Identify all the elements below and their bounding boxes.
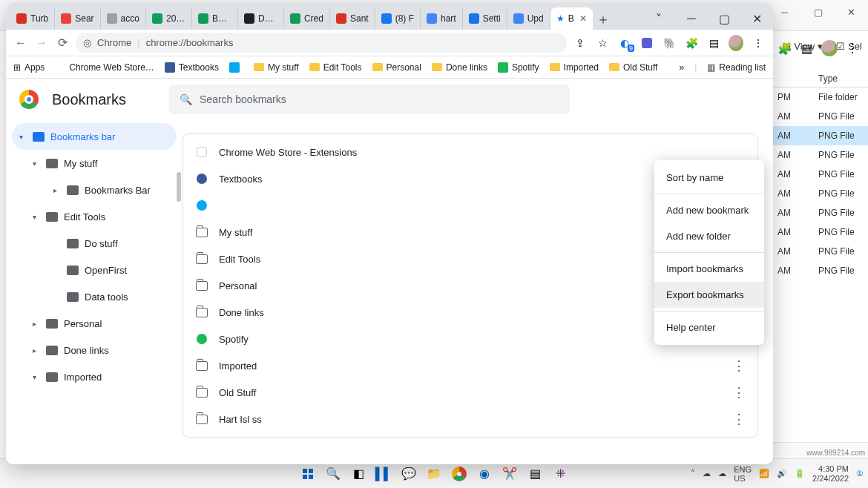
expand-arrow-icon[interactable]: ▸ (53, 186, 61, 194)
reload-button[interactable]: ⟳ (55, 36, 70, 50)
search-icon[interactable]: 🔍 (323, 464, 343, 484)
extension-badge-icon[interactable]: ◐9 (617, 36, 632, 50)
tab-3[interactable]: 2021 (146, 7, 192, 30)
app-icon[interactable]: ▤ (525, 464, 545, 484)
file-explorer-icon[interactable]: 📁 (424, 464, 444, 484)
reading-list-button[interactable]: ▥ Reading list (707, 62, 766, 73)
clock[interactable]: 4:30 PM2/24/2022 (812, 464, 849, 482)
wifi-icon[interactable]: 📶 (759, 469, 769, 478)
bookmark-bar-item[interactable]: Done links (432, 62, 487, 73)
expand-arrow-icon[interactable]: ▸ (33, 346, 40, 355)
cloud-icon[interactable]: ☁ (718, 469, 726, 478)
bookmark-bar-item[interactable]: Textbooks (165, 62, 219, 73)
expand-arrow-icon[interactable]: ▾ (33, 213, 40, 221)
tab-active-bookmarks[interactable]: ★ B ✕ (550, 7, 593, 30)
sidebar-item[interactable]: ▾My stuff (12, 150, 177, 177)
tab-9[interactable]: hart (421, 7, 463, 30)
close-button[interactable]: ✕ (835, 0, 868, 24)
bookmark-bar-item[interactable]: ⊞Apps (13, 62, 45, 73)
bookmark-bar-item[interactable]: Old Stuff (609, 62, 657, 73)
file-row[interactable]: PMFile folder (772, 88, 868, 107)
menu-item[interactable]: Add new folder (654, 223, 764, 249)
chrome-icon[interactable] (450, 464, 469, 484)
bookmark-row[interactable]: Imported⋮ (183, 352, 757, 379)
sidebar-item[interactable]: ▸Personal (12, 310, 177, 337)
chrome-menu-icon[interactable]: ⋮ (846, 42, 858, 56)
battery-icon[interactable]: 🔋 (795, 469, 805, 478)
language-indicator[interactable]: ENGUS (734, 465, 752, 483)
file-row[interactable]: AMPNG File (772, 165, 868, 184)
bookmark-bar-item[interactable]: Spotify (498, 62, 539, 73)
file-row[interactable]: AMPNG File (772, 184, 868, 203)
extensions-puzzle-icon[interactable]: 🧩 (684, 36, 699, 50)
share-icon[interactable]: ⇪ (573, 36, 588, 50)
expand-arrow-icon[interactable]: ▸ (33, 320, 40, 328)
notifications-icon[interactable]: ① (856, 469, 864, 478)
maximize-button[interactable]: ▢ (708, 7, 740, 30)
overflow-chevron-icon[interactable]: » (679, 62, 684, 73)
file-row[interactable]: AMPNG File (772, 261, 868, 280)
slack-icon[interactable]: ⁜ (550, 464, 570, 484)
tab-6[interactable]: Cred (284, 7, 330, 30)
expand-arrow-icon[interactable]: ▾ (19, 133, 27, 141)
search-input[interactable]: 🔍 Search bookmarks (169, 85, 570, 114)
bookmark-star-icon[interactable]: ☆ (595, 36, 610, 50)
tab-1[interactable]: Sear (55, 7, 100, 30)
column-headers[interactable]: Type (772, 70, 868, 88)
sidepanel-icon[interactable]: ▤ (706, 36, 721, 50)
volume-icon[interactable]: 🔊 (777, 469, 787, 478)
extensions-puzzle-icon[interactable]: 🧩 (777, 42, 792, 56)
avatar[interactable] (729, 36, 743, 50)
evernote-icon[interactable]: 🐘 (662, 36, 677, 50)
bookmark-row[interactable]: Hart Isl ss⋮ (183, 406, 757, 432)
file-row[interactable]: AMPNG File (772, 145, 868, 165)
sidebar-item[interactable]: ▸Done links (12, 337, 177, 363)
edge-icon[interactable]: ◉ (475, 464, 494, 484)
start-button[interactable] (298, 464, 318, 484)
avatar[interactable] (821, 40, 838, 56)
bookmark-bar-item[interactable]: Personal (372, 62, 421, 73)
tab-2[interactable]: acco (101, 7, 146, 30)
close-button[interactable]: ✕ (740, 7, 773, 30)
new-tab-button[interactable]: ＋ (593, 9, 614, 30)
file-row[interactable]: AMPNG File (772, 107, 868, 126)
menu-item[interactable]: Help center (654, 314, 764, 340)
menu-item[interactable]: Export bookmarks (654, 282, 764, 308)
minimize-button[interactable]: ─ (675, 7, 708, 30)
close-icon[interactable]: ✕ (579, 13, 587, 24)
tab-4[interactable]: BKra (192, 7, 238, 30)
menu-item[interactable]: Add new bookmark (654, 197, 764, 223)
file-row[interactable]: AMPNG File (772, 126, 868, 145)
bookmark-bar-item[interactable]: Edit Tools (309, 62, 362, 73)
address-bar[interactable]: ◎ Chrome | chrome://bookmarks (76, 33, 567, 53)
onedrive-icon[interactable]: ☁ (703, 469, 711, 478)
chat-icon[interactable]: 💬 (399, 464, 418, 484)
bookmark-bar-item[interactable]: Chrome Web Store… (55, 62, 154, 73)
bookmark-bar-item[interactable]: Imported (550, 62, 599, 73)
more-icon[interactable]: ⋮ (732, 384, 746, 400)
sidebar-item[interactable]: ▾Bookmarks bar (12, 123, 177, 150)
forward-button[interactable]: → (34, 36, 49, 50)
sidebar-item[interactable]: Do stuff (12, 230, 177, 257)
extension-icon[interactable] (640, 36, 654, 50)
menu-item[interactable]: Sort by name (654, 165, 764, 191)
sidebar-item[interactable]: ▾Edit Tools (12, 203, 177, 230)
tray-chevron-icon[interactable]: ˄ (691, 469, 695, 478)
chrome-chevron-icon[interactable]: ˅ (642, 7, 675, 30)
sidebar-item[interactable]: Data tools (12, 283, 177, 310)
file-row[interactable]: AMPNG File (772, 242, 868, 261)
bookmark-row[interactable]: Old Stuff⋮ (183, 379, 757, 406)
sidebar-scrollbar[interactable] (177, 172, 181, 202)
file-row[interactable]: AMPNG File (772, 222, 868, 242)
sidebar-item[interactable]: ▸Bookmarks Bar (12, 177, 177, 203)
file-row[interactable]: AMPNG File (772, 203, 868, 222)
bookmark-bar-item[interactable] (229, 62, 243, 73)
tab-10[interactable]: Setti (463, 7, 507, 30)
tab-8[interactable]: (8) F (375, 7, 421, 30)
more-icon[interactable]: ⋮ (732, 357, 746, 374)
sidebar-item[interactable]: ▾Imported (12, 363, 177, 390)
chrome-menu-icon[interactable]: ⋮ (751, 36, 766, 50)
tab-11[interactable]: Upd (507, 7, 550, 30)
back-button[interactable]: ← (13, 36, 28, 50)
tab-0[interactable]: Turb (10, 7, 55, 30)
